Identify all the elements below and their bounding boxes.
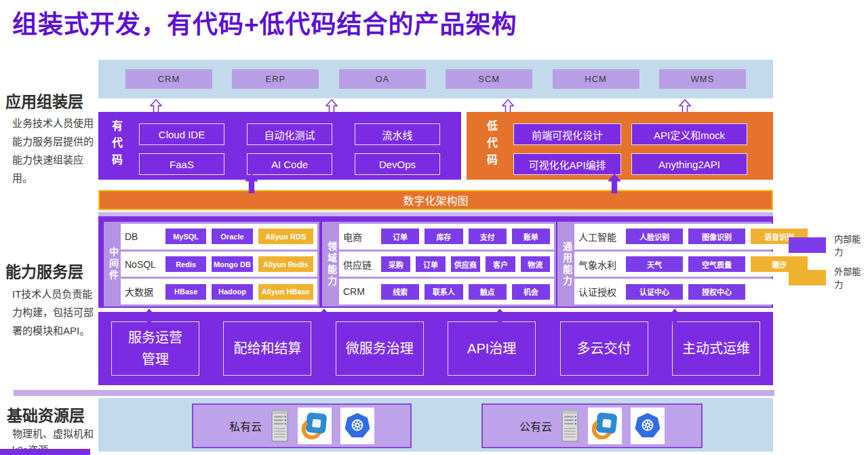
row-db: DB MySQL Oracle Aliyun RDS	[121, 224, 317, 250]
group-domain-label: 领域能力	[324, 224, 339, 304]
service-box-multicloud-delivery: 多云交付	[560, 321, 648, 376]
layer-heading-infrastructure: 基础资源层	[7, 403, 85, 426]
infrastructure-bar: 私有云	[98, 398, 773, 452]
capability-badge: 库存	[425, 229, 462, 244]
capability-badge: Hadoop	[212, 284, 252, 300]
capability-badge: 机会	[512, 284, 550, 300]
pro-code-item-devops: DevOps	[355, 153, 440, 175]
capability-badge: 客户	[486, 256, 515, 272]
app-box-wms: WMS	[659, 69, 746, 89]
row-auth: 认证授权 认证中心 授权中心	[574, 279, 812, 304]
application-bar: CRM ERP OA SCM HCM WMS	[98, 60, 773, 98]
divider-strip	[14, 390, 774, 396]
capability-badge: 授权中心	[688, 284, 745, 300]
kubernetes-icon	[631, 408, 665, 444]
pro-code-item-pipeline: 流水线	[355, 123, 440, 145]
capability-badge: 图像识别	[688, 229, 745, 244]
capability-badge: Redis	[165, 256, 206, 272]
capability-badge: 账单	[512, 229, 550, 244]
pro-code-item-auto-test: 自动化测试	[247, 123, 332, 145]
capability-badge: 认证中心	[626, 284, 683, 300]
group-middleware-label: 中间件	[106, 224, 121, 304]
pro-code-item-faas: FaaS	[139, 153, 224, 175]
legend-swatch-internal	[789, 237, 826, 253]
capability-badge: 触点	[469, 284, 507, 300]
legend-swatch-external	[789, 270, 826, 285]
service-box-operation: 服务运营 管理	[111, 321, 199, 376]
services-row: 服务运营 管理 配给和结算 微服务治理 API治理 多云交付 主动式运维	[98, 312, 773, 385]
server-icon	[561, 408, 579, 444]
app-box-erp: ERP	[232, 69, 319, 89]
capability-badge: Mongo DB	[212, 256, 252, 272]
row-crm: CRM 线索 联系人 触点 机会	[339, 279, 554, 304]
capability-badge: MySQL	[165, 229, 206, 244]
app-box-oa: OA	[339, 69, 426, 89]
low-code-item-anything2api: Anything2API	[631, 153, 747, 175]
row-weather: 气象水利 天气 空气质量 潮汐	[574, 252, 812, 277]
private-cloud-label: 私有云	[229, 418, 262, 434]
group-domain: 领域能力 电商 订单 库存 支付 账单 供应链 采购 订单 供应商 客户 物流	[322, 222, 556, 306]
kubernetes-icon	[340, 408, 374, 444]
row-bigdata: 大数据 HBase Hadoop Aliyun HBase	[121, 279, 317, 304]
service-box-api-governance: API治理	[448, 321, 536, 376]
capability-badge: 采购	[381, 256, 410, 272]
row-supply-chain: 供应链 采购 订单 供应商 客户 物流	[339, 252, 554, 277]
capability-badge: 线索	[381, 284, 419, 300]
capability-badge: HBase	[165, 284, 206, 300]
legend-label-external: 外部能力	[834, 264, 868, 290]
capability-badge: 订单	[416, 256, 445, 272]
service-box-microservice-governance: 微服务治理	[336, 321, 424, 376]
capability-badge: 供应商	[451, 256, 480, 272]
layer-desc-capability: IT技术人员负责能力构建，包括可部署的模块和API。	[12, 285, 96, 340]
pro-code-item-cloud-ide: Cloud IDE	[139, 123, 224, 145]
row-ecommerce: 电商 订单 库存 支付 账单	[339, 224, 554, 250]
low-code-label: 低代码	[483, 120, 499, 171]
row-nosql: NoSQL Redis Mongo DB Aliyun Redis	[121, 252, 317, 277]
capability-badge: 订单	[381, 229, 419, 244]
capability-badge: 物流	[521, 256, 550, 272]
capability-badge-external: Aliyun HBase	[258, 284, 313, 300]
pro-code-label: 有代码	[108, 120, 124, 171]
corner-strip	[0, 449, 90, 455]
group-middleware: 中间件 DB MySQL Oracle Aliyun RDS NoSQL Red…	[104, 222, 319, 306]
capability-badge: 人脸识别	[626, 229, 683, 244]
capability-badge-external: Aliyun Redis	[258, 256, 313, 272]
public-cloud-label: 公有云	[519, 418, 552, 434]
low-code-block: 低代码 前端可视化设计 API定义和mock 可视化化API编排 Anythin…	[467, 112, 773, 180]
low-code-item-frontend-design: 前端可视化设计	[513, 123, 621, 145]
app-box-scm: SCM	[446, 69, 532, 89]
pro-code-block: 有代码 Cloud IDE 自动化测试 流水线 FaaS AI Code Dev…	[98, 112, 461, 180]
legend: 内部能力 外部能力	[789, 232, 868, 297]
service-box-proactive-ops: 主动式运维	[672, 321, 760, 376]
capability-badge: 空气质量	[688, 256, 745, 272]
group-general-label: 通用能力	[559, 224, 574, 304]
group-general: 通用能力 人工智能 人脸识别 图像识别 语音识别 气象水利 天气 空气质量 潮汐…	[557, 222, 772, 306]
capability-badge-external: Aliyun RDS	[258, 229, 313, 244]
legend-label-internal: 内部能力	[834, 232, 868, 258]
page-title: 组装式开发，有代码+低代码结合的产品架构	[12, 4, 517, 41]
vmware-icon	[588, 408, 622, 444]
service-box-provision-settlement: 配给和结算	[223, 321, 311, 376]
low-code-item-api-mock: API定义和mock	[631, 123, 747, 145]
server-icon	[271, 408, 289, 444]
capability-service-section: 中间件 DB MySQL Oracle Aliyun RDS NoSQL Red…	[98, 216, 773, 308]
capability-badge: 联系人	[425, 284, 462, 300]
pro-code-item-ai-code: AI Code	[247, 153, 332, 175]
capability-badge: 天气	[626, 256, 683, 272]
architecture-slide: 组装式开发，有代码+低代码结合的产品架构 应用组装层 业务技术人员使用能力服务层…	[0, 0, 868, 455]
private-cloud-box: 私有云	[192, 403, 412, 448]
capability-badge: Oracle	[212, 229, 252, 244]
layer-heading-capability: 能力服务层	[5, 259, 83, 282]
public-cloud-box: 公有云	[481, 403, 703, 448]
low-code-item-api-orchestration: 可视化化API编排	[513, 153, 621, 175]
vmware-icon	[298, 408, 332, 444]
capability-badge: 支付	[469, 229, 507, 244]
app-box-crm: CRM	[125, 69, 212, 89]
layer-heading-app-assembly: 应用组装层	[5, 89, 83, 112]
app-box-hcm: HCM	[553, 69, 639, 89]
digital-architecture-bar: 数字化架构图	[98, 190, 773, 210]
row-ai: 人工智能 人脸识别 图像识别 语音识别	[574, 224, 812, 250]
layer-desc-app-assembly: 业务技术人员使用能力服务层提供的能力快速组装应用。	[12, 114, 95, 187]
